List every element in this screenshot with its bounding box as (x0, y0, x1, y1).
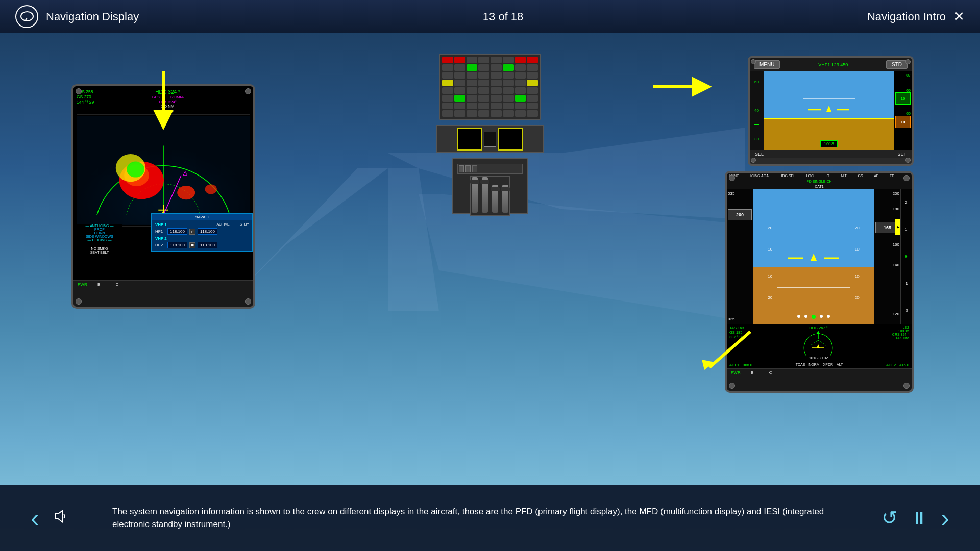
mfd-vhf2: VHF 2 (155, 236, 249, 241)
mfd-freq1-stby: 118.100 (198, 228, 217, 235)
mfd-seat-belt: SEAT BELT (77, 251, 122, 254)
svg-marker-30 (811, 254, 817, 261)
mfd-hf1: HF1 (155, 229, 165, 234)
svg-marker-3 (388, 168, 439, 311)
svg-line-37 (811, 340, 818, 345)
arrow-mfd (151, 71, 176, 135)
header: Navigation Display 13 of 18 Navigation I… (0, 0, 980, 33)
pfd-cat1: CAT1 (727, 184, 912, 189)
pfd-adf2-freq: 415.0 (899, 363, 909, 367)
mfd-stby-label: STBY (240, 222, 249, 227)
svg-marker-38 (55, 511, 62, 522)
svg-line-10 (709, 332, 750, 367)
pfd-alt: ALT (841, 174, 847, 178)
iesi-baro: 1013 (820, 140, 838, 147)
screen-left (457, 128, 482, 151)
iesi-tick-07: 07 (906, 73, 911, 77)
mfd-freq1-active: 118.100 (167, 228, 187, 235)
iesi-menu-btn[interactable]: MENU (754, 60, 780, 69)
pfd-pitch-20-bot: 20 (768, 295, 772, 300)
iesi-tick-06: 06 (906, 89, 911, 92)
header-right: Navigation Intro ✕ (867, 9, 965, 24)
iesi-std-btn[interactable]: STD (886, 60, 908, 69)
pfd-vs-neg2: -2 (904, 309, 908, 312)
pfd-alt-tcas: ALT (837, 363, 843, 366)
iesi-alt-60: 60 (754, 80, 759, 84)
pfd-norm: NORM (808, 363, 819, 366)
footer: ‹ The system navigation information is s… (0, 485, 980, 551)
pfd-ap: AP (874, 174, 878, 178)
iesi-tick-05: 05 (906, 112, 911, 115)
mfd-gs: GS 270 (77, 94, 94, 99)
pfd-spd-35: 035 (728, 191, 734, 196)
pfd-alt-160: 160 (893, 242, 899, 247)
svg-marker-35 (817, 344, 820, 348)
pfd-adf2: ADF2 (886, 363, 896, 367)
pfd-crs: CRS 324 ° (892, 333, 909, 336)
close-button[interactable]: ✕ (953, 9, 965, 24)
pfd-loc: LOC (806, 174, 814, 178)
pfd-pitch-20-top: 20 (768, 226, 772, 230)
mfd-side-windows: SIDE WINDOWS (77, 235, 122, 238)
pfd-hdg-pfd: HDG 267 ° (798, 325, 839, 330)
reload-button[interactable]: ↺ (881, 507, 898, 529)
header-left: Navigation Display (15, 5, 139, 28)
prev-button[interactable]: ‹ (31, 505, 39, 531)
pfd-vs-0: 0 (905, 255, 908, 258)
pfd-hdg-sel: HDG SEL (779, 174, 795, 178)
chat-icon (15, 5, 38, 28)
mfd-freq2-active: 118.100 (167, 242, 187, 248)
pfd-ils-freq: 108.35 (892, 329, 909, 333)
mfd-pwr: PWR (78, 282, 87, 287)
pause-button[interactable]: ⏸ (911, 508, 928, 528)
mfd-c: — C — (110, 282, 124, 287)
arrow-pfd (699, 321, 761, 374)
footer-description: The system navigation information is sho… (92, 505, 881, 531)
pfd-fd-single: FD SINGLE CH (727, 179, 912, 184)
mfd-active-label: ACTIVE (216, 222, 229, 227)
mfd-horn: HORN (77, 231, 122, 235)
bottom-controls-panel (452, 158, 528, 214)
svg-marker-33 (817, 331, 820, 334)
iesi-sel[interactable]: SEL (755, 152, 764, 157)
mfd-bearing: 144 °/ 29 (77, 99, 94, 105)
pfd-pitch-10-top: 10 (768, 247, 772, 252)
volume-button[interactable] (52, 508, 68, 528)
svg-line-36 (818, 340, 826, 345)
mfd-deicing: — DEICING — (77, 238, 122, 242)
mfd-prop: PROP (77, 228, 122, 231)
iesi-vhf: VHF1 123.450 (818, 62, 848, 67)
main-content: TAS 258 GS 270 144 °/ 29 HDG 324 ° GPS R… (0, 33, 980, 485)
svg-marker-9 (692, 77, 712, 97)
mfd-hf2: HF2 (155, 243, 165, 247)
iesi-set[interactable]: SET (897, 152, 906, 157)
mfd-navaid-header: NAVAID (152, 214, 252, 220)
pfd-icing-aoa: ICING AOA (750, 174, 769, 178)
pfd-fd: FD (890, 174, 894, 178)
mfd-freq2-stby: 118.100 (198, 242, 217, 248)
pfd-c: — C — (764, 370, 777, 375)
svg-marker-2 (235, 168, 388, 296)
overhead-panel (439, 54, 541, 120)
pfd-vs-1: 1 (905, 228, 908, 231)
pfd-alt-140: 140 (893, 263, 899, 267)
mfd-pwr-bar: PWR — B — — C — (74, 280, 253, 288)
page-indicator: 13 of 18 (483, 10, 524, 23)
mfd-no-smkg: NO SMKG (77, 247, 122, 251)
svg-marker-7 (153, 110, 174, 130)
pfd-ils2: ILS2 (892, 325, 909, 329)
mfd-vhf1: VHF 1 (155, 222, 167, 227)
iesi-alt-40: 40 (754, 108, 759, 113)
pfd-lo: LO (825, 174, 829, 178)
svg-point-19 (205, 184, 217, 194)
pfd-spd-025: 025 (728, 317, 734, 321)
iesi-alt-30: 30 (754, 137, 759, 141)
arrow-iesi (653, 74, 715, 102)
next-button[interactable]: › (941, 505, 949, 531)
svg-point-0 (21, 12, 33, 21)
header-title: Navigation Display (46, 10, 139, 23)
pfd-alt-120: 120 (893, 312, 899, 316)
pfd-alt-200: 200 (893, 191, 899, 196)
cockpit-center-panel (436, 54, 544, 214)
mfd-anti-icing: — ANTI ICING — (77, 224, 122, 228)
